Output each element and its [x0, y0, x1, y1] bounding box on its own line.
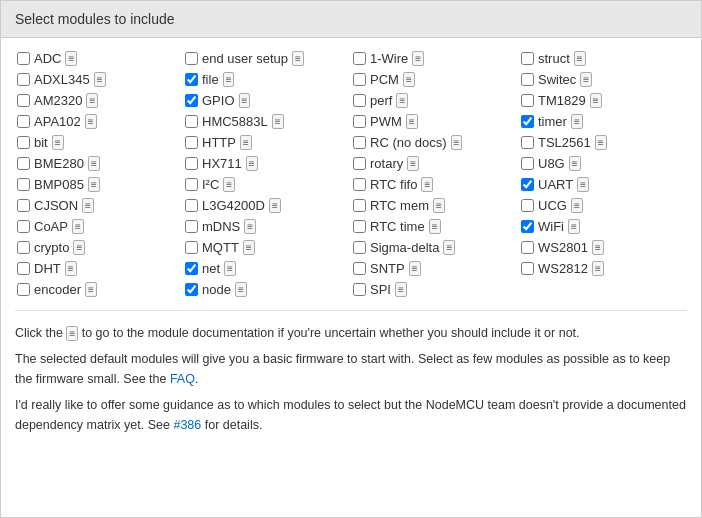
- module-doc-icon[interactable]: ≡: [65, 51, 77, 66]
- module-doc-icon[interactable]: ≡: [433, 198, 445, 213]
- module-checkbox-wifi[interactable]: [521, 220, 534, 233]
- module-checkbox-bit[interactable]: [17, 136, 30, 149]
- module-doc-icon[interactable]: ≡: [571, 198, 583, 213]
- module-checkbox-uart[interactable]: [521, 178, 534, 191]
- module-doc-icon[interactable]: ≡: [412, 51, 424, 66]
- module-checkbox-adc[interactable]: [17, 52, 30, 65]
- module-checkbox-crypto[interactable]: [17, 241, 30, 254]
- module-checkbox-struct[interactable]: [521, 52, 534, 65]
- module-checkbox-ws2801[interactable]: [521, 241, 534, 254]
- module-checkbox-encoder[interactable]: [17, 283, 30, 296]
- module-checkbox-dht[interactable]: [17, 262, 30, 275]
- module-checkbox-hmc5883l[interactable]: [185, 115, 198, 128]
- module-checkbox-gpio[interactable]: [185, 94, 198, 107]
- module-item: 1-Wire≡: [351, 48, 519, 69]
- module-doc-icon[interactable]: ≡: [244, 219, 256, 234]
- module-doc-icon[interactable]: ≡: [239, 93, 251, 108]
- module-doc-icon[interactable]: ≡: [224, 261, 236, 276]
- module-item: ADXL345≡: [15, 69, 183, 90]
- module-doc-icon[interactable]: ≡: [590, 93, 602, 108]
- module-checkbox-pwm[interactable]: [353, 115, 366, 128]
- module-checkbox-ws2812[interactable]: [521, 262, 534, 275]
- module-checkbox-timer[interactable]: [521, 115, 534, 128]
- module-checkbox-i²c[interactable]: [185, 178, 198, 191]
- module-checkbox-coap[interactable]: [17, 220, 30, 233]
- module-doc-icon[interactable]: ≡: [72, 219, 84, 234]
- module-item: timer≡: [519, 111, 687, 132]
- module-doc-icon[interactable]: ≡: [443, 240, 455, 255]
- module-checkbox-bme280[interactable]: [17, 157, 30, 170]
- module-checkbox-rtc-time[interactable]: [353, 220, 366, 233]
- module-doc-icon[interactable]: ≡: [243, 240, 255, 255]
- module-doc-icon[interactable]: ≡: [82, 198, 94, 213]
- module-doc-icon[interactable]: ≡: [272, 114, 284, 129]
- module-label: ADC: [34, 51, 61, 66]
- module-checkbox-tm1829[interactable]: [521, 94, 534, 107]
- module-doc-icon[interactable]: ≡: [85, 114, 97, 129]
- module-doc-icon[interactable]: ≡: [421, 177, 433, 192]
- faq-link[interactable]: FAQ: [170, 372, 195, 386]
- module-doc-icon[interactable]: ≡: [395, 282, 407, 297]
- module-checkbox-spi[interactable]: [353, 283, 366, 296]
- module-doc-icon[interactable]: ≡: [396, 93, 408, 108]
- module-checkbox-apa102[interactable]: [17, 115, 30, 128]
- module-checkbox-sntp[interactable]: [353, 262, 366, 275]
- module-doc-icon[interactable]: ≡: [73, 240, 85, 255]
- module-checkbox-am2320[interactable]: [17, 94, 30, 107]
- module-doc-icon[interactable]: ≡: [407, 156, 419, 171]
- module-checkbox-net[interactable]: [185, 262, 198, 275]
- module-doc-icon[interactable]: ≡: [592, 261, 604, 276]
- module-doc-icon[interactable]: ≡: [569, 156, 581, 171]
- module-doc-icon[interactable]: ≡: [240, 135, 252, 150]
- module-doc-icon[interactable]: ≡: [88, 177, 100, 192]
- module-doc-icon[interactable]: ≡: [571, 114, 583, 129]
- module-doc-icon[interactable]: ≡: [429, 219, 441, 234]
- module-checkbox-switec[interactable]: [521, 73, 534, 86]
- module-doc-icon[interactable]: ≡: [235, 282, 247, 297]
- module-checkbox-file[interactable]: [185, 73, 198, 86]
- module-checkbox-end-user-setup[interactable]: [185, 52, 198, 65]
- module-doc-icon[interactable]: ≡: [406, 114, 418, 129]
- module-doc-icon[interactable]: ≡: [577, 177, 589, 192]
- module-checkbox-mqtt[interactable]: [185, 241, 198, 254]
- module-checkbox-rotary[interactable]: [353, 157, 366, 170]
- module-checkbox-hx711[interactable]: [185, 157, 198, 170]
- module-checkbox-pcm[interactable]: [353, 73, 366, 86]
- module-doc-icon[interactable]: ≡: [94, 72, 106, 87]
- module-checkbox-cjson[interactable]: [17, 199, 30, 212]
- module-doc-icon[interactable]: ≡: [88, 156, 100, 171]
- module-checkbox-mdns[interactable]: [185, 220, 198, 233]
- module-checkbox-1-wire[interactable]: [353, 52, 366, 65]
- module-checkbox-l3g4200d[interactable]: [185, 199, 198, 212]
- module-checkbox-bmp085[interactable]: [17, 178, 30, 191]
- module-doc-icon[interactable]: ≡: [269, 198, 281, 213]
- module-checkbox-tsl2561[interactable]: [521, 136, 534, 149]
- issue-link[interactable]: #386: [173, 418, 201, 432]
- module-checkbox-perf[interactable]: [353, 94, 366, 107]
- module-doc-icon[interactable]: ≡: [409, 261, 421, 276]
- module-checkbox-ucg[interactable]: [521, 199, 534, 212]
- module-doc-icon[interactable]: ≡: [223, 72, 235, 87]
- module-doc-icon[interactable]: ≡: [86, 93, 98, 108]
- module-doc-icon[interactable]: ≡: [592, 240, 604, 255]
- module-doc-icon[interactable]: ≡: [246, 156, 258, 171]
- module-doc-icon[interactable]: ≡: [595, 135, 607, 150]
- module-doc-icon[interactable]: ≡: [403, 72, 415, 87]
- module-checkbox-adxl345[interactable]: [17, 73, 30, 86]
- module-checkbox-sigma-delta[interactable]: [353, 241, 366, 254]
- module-doc-icon[interactable]: ≡: [52, 135, 64, 150]
- module-doc-icon[interactable]: ≡: [574, 51, 586, 66]
- module-doc-icon[interactable]: ≡: [292, 51, 304, 66]
- module-checkbox-rtc-mem[interactable]: [353, 199, 366, 212]
- module-checkbox-u8g[interactable]: [521, 157, 534, 170]
- module-doc-icon[interactable]: ≡: [85, 282, 97, 297]
- module-doc-icon[interactable]: ≡: [451, 135, 463, 150]
- module-checkbox-rc-(no-docs)[interactable]: [353, 136, 366, 149]
- module-doc-icon[interactable]: ≡: [223, 177, 235, 192]
- module-doc-icon[interactable]: ≡: [580, 72, 592, 87]
- module-doc-icon[interactable]: ≡: [65, 261, 77, 276]
- module-doc-icon[interactable]: ≡: [568, 219, 580, 234]
- module-checkbox-node[interactable]: [185, 283, 198, 296]
- module-checkbox-http[interactable]: [185, 136, 198, 149]
- module-checkbox-rtc-fifo[interactable]: [353, 178, 366, 191]
